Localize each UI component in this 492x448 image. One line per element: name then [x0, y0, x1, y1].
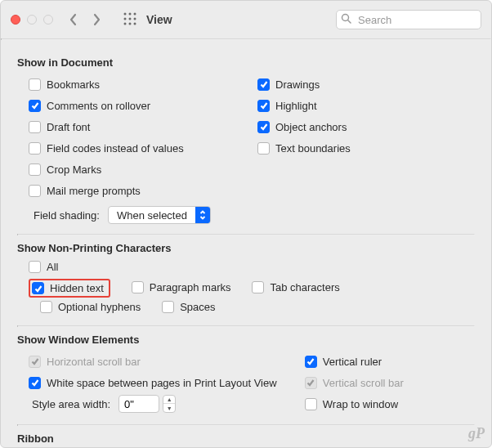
svg-point-5: [134, 17, 136, 20]
divider: [17, 325, 475, 327]
checkbox-vertical-ruler[interactable]: Vertical ruler: [305, 356, 382, 368]
divider: [17, 234, 475, 235]
label: Paragraph marks: [150, 281, 231, 293]
field-shading-label: Field shading:: [34, 209, 100, 222]
label: Drawings: [275, 78, 320, 91]
checkbox-spaces[interactable]: Spaces: [162, 301, 215, 313]
traffic-lights: [11, 15, 53, 25]
checkbox-field-codes[interactable]: Field codes instead of values: [29, 142, 184, 155]
checkbox-crop-marks[interactable]: Crop Marks: [29, 164, 101, 176]
field-shading-select[interactable]: When selected: [108, 206, 211, 224]
zoom-icon[interactable]: [43, 15, 53, 25]
label: Object anchors: [275, 121, 347, 133]
label: Optional hyphens: [58, 301, 141, 313]
checkbox-drawings[interactable]: Drawings: [257, 78, 320, 91]
checkbox-wrap-to-window[interactable]: Wrap to window: [305, 398, 398, 410]
content: Show in Document Bookmarks Comments on r…: [1, 40, 491, 448]
svg-point-7: [129, 22, 132, 25]
highlight-frame: Hidden text: [29, 279, 110, 298]
style-area-width-label: Style area width:: [32, 398, 110, 410]
checkbox-optional-hyphens[interactable]: Optional hyphens: [40, 301, 141, 313]
section-show-in-document: Show in Document: [17, 56, 475, 69]
checkbox-hidden-text[interactable]: Hidden text: [32, 282, 104, 294]
checkbox-text-boundaries[interactable]: Text boundaries: [257, 142, 351, 155]
checkbox-paragraph-marks[interactable]: Paragraph marks: [132, 281, 231, 293]
page-title: View: [146, 13, 172, 26]
label: Tab characters: [270, 281, 339, 293]
checkbox-all[interactable]: All: [29, 261, 58, 273]
style-area-width-stepper[interactable]: ▲▼: [119, 395, 176, 413]
label: Field codes instead of values: [47, 142, 184, 155]
section-ribbon: Ribbon: [17, 432, 475, 445]
svg-point-0: [124, 12, 127, 15]
svg-line-10: [348, 20, 351, 24]
checkbox-bookmarks[interactable]: Bookmarks: [29, 78, 100, 91]
label: Draft font: [47, 121, 90, 133]
search-icon: [341, 13, 351, 26]
svg-point-6: [124, 22, 127, 25]
label: White space between pages in Print Layou…: [47, 377, 277, 389]
checkbox-tab-characters[interactable]: Tab characters: [252, 281, 339, 293]
svg-point-4: [129, 17, 132, 20]
checkbox-vertical-scroll-bar: Vertical scroll bar: [305, 377, 404, 389]
checkbox-object-anchors[interactable]: Object anchors: [257, 121, 347, 133]
search-field[interactable]: [336, 10, 481, 29]
label: Spaces: [180, 301, 215, 313]
section-window-elements: Show Window Elements: [17, 334, 475, 346]
nav-arrows: [65, 11, 105, 29]
section-non-printing: Show Non-Printing Characters: [17, 242, 475, 254]
label: Wrap to window: [323, 398, 398, 410]
label: Hidden text: [50, 282, 104, 294]
svg-point-2: [134, 12, 136, 15]
label: Text boundaries: [275, 142, 351, 155]
back-button[interactable]: [65, 11, 83, 29]
show-all-icon[interactable]: [123, 12, 136, 28]
toolbar: View: [1, 1, 491, 38]
style-area-width-input[interactable]: [119, 395, 159, 413]
label: Highlight: [275, 100, 317, 112]
label: Mail merge prompts: [47, 185, 141, 197]
label: All: [47, 261, 58, 273]
chevron-up-down-icon: [195, 207, 210, 223]
checkbox-horizontal-scroll-bar: Horizontal scroll bar: [29, 356, 141, 368]
checkbox-comments-on-rollover[interactable]: Comments on rollover: [29, 100, 150, 112]
label: Vertical ruler: [323, 356, 382, 368]
forward-button[interactable]: [87, 11, 105, 29]
minimize-icon[interactable]: [27, 15, 37, 25]
checkbox-white-space-between-pages[interactable]: White space between pages in Print Layou…: [29, 377, 277, 389]
svg-point-8: [134, 22, 136, 25]
select-value: When selected: [109, 209, 195, 222]
search-input[interactable]: [336, 10, 481, 29]
checkbox-mail-merge-prompts[interactable]: Mail merge prompts: [29, 185, 141, 197]
svg-point-3: [124, 17, 127, 20]
divider: [17, 424, 475, 426]
label: Horizontal scroll bar: [47, 356, 141, 368]
label: Vertical scroll bar: [323, 377, 404, 389]
checkbox-draft-font[interactable]: Draft font: [29, 121, 90, 133]
label: Crop Marks: [47, 164, 101, 176]
preferences-window: View Show in Document Bookmarks Comments…: [0, 0, 492, 448]
label: Comments on rollover: [47, 100, 150, 112]
svg-point-1: [129, 12, 132, 15]
close-icon[interactable]: [11, 15, 20, 25]
stepper-icon[interactable]: ▲▼: [163, 395, 176, 413]
label: Bookmarks: [47, 78, 100, 91]
checkbox-highlight[interactable]: Highlight: [257, 100, 317, 112]
